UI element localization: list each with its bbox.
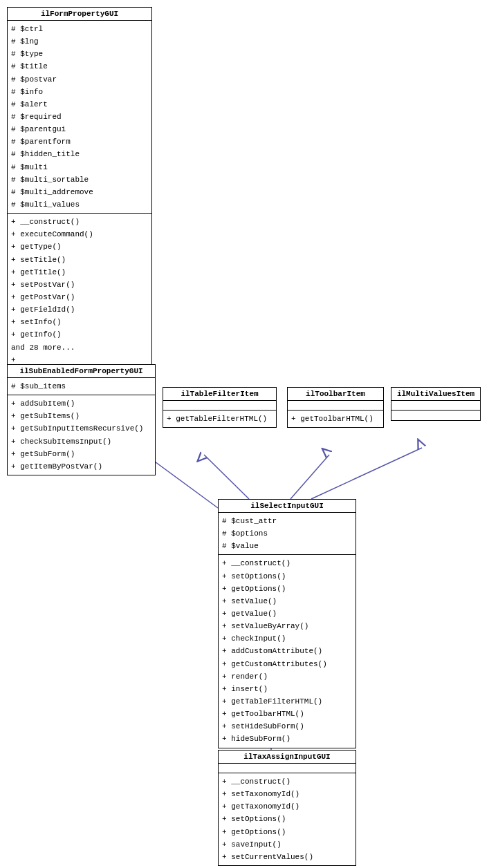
ilToolbarItem-methods: + getToolbarHTML() <box>288 411 383 427</box>
ilTableFilterItem-box: ilTableFilterItem + getTableFilterHTML() <box>163 387 277 428</box>
ilSelectInputGUI-fields: # $cust_attr # $options # $value <box>219 513 356 555</box>
ilMultiValuesItem-empty1 <box>391 401 480 411</box>
svg-line-3 <box>290 455 329 499</box>
ilSelectInputGUI-box: ilSelectInputGUI # $cust_attr # $options… <box>218 499 356 748</box>
ilFormPropertyGUI-box: ilFormPropertyGUI # $ctrl # $lng # $type… <box>7 7 152 406</box>
ilFormPropertyGUI-fields: # $ctrl # $lng # $type # $title # $postv… <box>8 21 151 214</box>
ilTableFilterItem-empty <box>163 401 276 411</box>
ilTableFilterItem-title: ilTableFilterItem <box>163 388 276 401</box>
svg-line-2 <box>204 455 249 499</box>
ilSelectInputGUI-methods: + __construct() + setOptions() + getOpti… <box>219 555 356 747</box>
ilMultiValuesItem-title: ilMultiValuesItem <box>391 388 480 401</box>
ilTaxAssignInputGUI-methods: + __construct() + setTaxonomyId() + getT… <box>219 773 356 865</box>
ilToolbarItem-empty <box>288 401 383 411</box>
ilTableFilterItem-methods: + getTableFilterHTML() <box>163 411 276 427</box>
ilSelectInputGUI-title: ilSelectInputGUI <box>219 500 356 513</box>
ilMultiValuesItem-empty2 <box>391 411 480 420</box>
ilFormPropertyGUI-title: ilFormPropertyGUI <box>8 8 151 21</box>
ilSubEnabledFormPropertyGUI-fields: # $sub_items <box>8 378 155 395</box>
ilSubEnabledFormPropertyGUI-methods: + addSubItem() + getSubItems() + getSubI… <box>8 395 155 475</box>
ilMultiValuesItem-box: ilMultiValuesItem <box>391 387 481 421</box>
ilTaxAssignInputGUI-empty <box>219 764 356 773</box>
ilSubEnabledFormPropertyGUI-title: ilSubEnabledFormPropertyGUI <box>8 365 155 378</box>
diagram-container: ilFormPropertyGUI # $ctrl # $lng # $type… <box>0 0 489 868</box>
ilTaxAssignInputGUI-box: ilTaxAssignInputGUI + __construct() + se… <box>218 750 356 866</box>
svg-line-4 <box>311 448 422 499</box>
ilToolbarItem-title: ilToolbarItem <box>288 388 383 401</box>
ilToolbarItem-box: ilToolbarItem + getToolbarHTML() <box>287 387 384 428</box>
ilSubEnabledFormPropertyGUI-box: ilSubEnabledFormPropertyGUI # $sub_items… <box>7 364 156 475</box>
svg-line-1 <box>147 456 218 508</box>
ilTaxAssignInputGUI-title: ilTaxAssignInputGUI <box>219 751 356 764</box>
